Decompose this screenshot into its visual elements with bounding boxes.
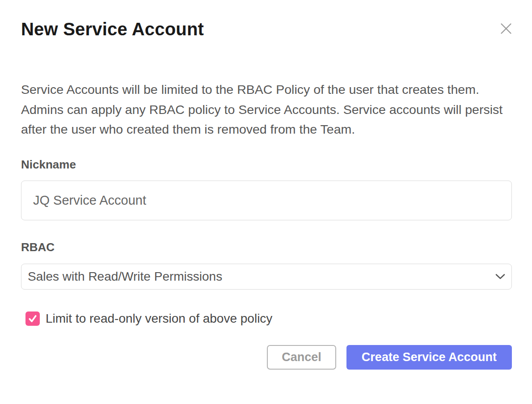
modal-title: New Service Account: [21, 0, 512, 40]
nickname-input[interactable]: [21, 181, 512, 220]
readonly-checkbox[interactable]: [25, 311, 40, 326]
modal-footer: Cancel Create Service Account: [21, 345, 512, 370]
rbac-select[interactable]: Sales with Read/Write Permissions: [21, 264, 512, 290]
cancel-button[interactable]: Cancel: [267, 345, 336, 370]
rbac-label: RBAC: [21, 240, 512, 255]
chevron-down-icon: [495, 274, 505, 279]
rbac-selected-option: Sales with Read/Write Permissions: [28, 269, 222, 284]
nickname-label: Nickname: [21, 157, 512, 172]
readonly-checkbox-label[interactable]: Limit to read-only version of above poli…: [46, 311, 272, 326]
new-service-account-modal: New Service Account Service Accounts wil…: [0, 0, 532, 404]
check-icon: [27, 313, 38, 324]
close-button[interactable]: [499, 21, 513, 36]
create-service-account-button[interactable]: Create Service Account: [346, 345, 512, 370]
x-icon: [500, 22, 512, 35]
readonly-checkbox-row: Limit to read-only version of above poli…: [21, 311, 512, 326]
modal-description: Service Accounts will be limited to the …: [21, 80, 512, 139]
